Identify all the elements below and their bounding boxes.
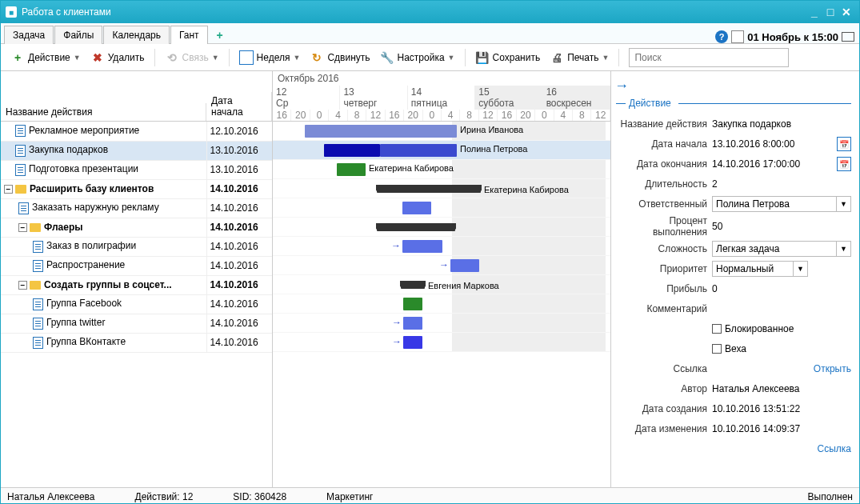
gantt-row[interactable]: [273, 198, 610, 218]
table-row[interactable]: Закупка подарков13.10.2016: [1, 141, 272, 160]
table-row[interactable]: −Создать группы в соцсет...14.10.2016: [1, 275, 272, 294]
gantt-bar[interactable]: Екатерина Кабирова: [337, 163, 366, 176]
field-start[interactable]: 13.10.2016 8:00:00: [712, 138, 834, 150]
tab-files[interactable]: Файлы: [54, 26, 102, 44]
table-row[interactable]: −Расширить базу клиентов14.10.2016: [1, 179, 272, 198]
reference-link[interactable]: Ссылка: [818, 443, 851, 454]
maximize-button[interactable]: □: [822, 6, 838, 18]
gantt-row[interactable]: →: [273, 256, 610, 275]
table-row[interactable]: Группа twitter14.10.2016: [1, 314, 272, 333]
complexity-dropdown-icon[interactable]: ▼: [837, 241, 851, 257]
print-button[interactable]: 🖨 Печать ▼: [545, 48, 614, 67]
task-name: Заказ в полиграфии: [46, 240, 136, 251]
gantt-row[interactable]: →: [273, 237, 610, 256]
expander-icon[interactable]: −: [18, 281, 27, 290]
tab-calendar[interactable]: Календарь: [103, 26, 170, 44]
gantt-hour-tick: 20: [517, 110, 535, 121]
gantt-summary-bar[interactable]: [377, 223, 455, 231]
gantt-bar[interactable]: →: [450, 259, 479, 272]
plus-icon: +: [10, 50, 25, 65]
table-row[interactable]: Рекламное мероприятие12.10.2016: [1, 122, 272, 141]
table-row[interactable]: Заказ в полиграфии14.10.2016: [1, 237, 272, 256]
gantt-day-header: 14пятница: [408, 86, 475, 110]
table-row[interactable]: Заказать наружную рекламу14.10.2016: [1, 198, 272, 218]
document-icon: [33, 260, 43, 272]
responsible-dropdown-icon[interactable]: ▼: [837, 196, 851, 212]
gantt-bar[interactable]: [402, 202, 431, 214]
gantt-day-header: 13четверг: [340, 86, 407, 110]
search-input[interactable]: [629, 48, 789, 67]
gantt-bar[interactable]: →: [402, 240, 442, 253]
field-priority[interactable]: [712, 261, 794, 277]
settings-button[interactable]: 🔧 Настройка ▼: [375, 48, 460, 67]
gantt-day-header: 15суббота: [475, 86, 542, 110]
gantt-bar[interactable]: Полина Петрова: [380, 144, 457, 157]
gantt-hour-tick: 4: [554, 110, 573, 121]
table-row[interactable]: Распространение14.10.2016: [1, 256, 272, 275]
gantt-hour-tick: 20: [404, 110, 422, 121]
link-button[interactable]: ⟲ Связь ▼: [160, 48, 224, 67]
close-button[interactable]: ✕: [838, 6, 854, 18]
table-row[interactable]: Подготовка презентации13.10.2016: [1, 160, 272, 179]
status-done: Выполнен: [808, 491, 853, 502]
field-profit[interactable]: 0: [712, 283, 851, 294]
gantt-row[interactable]: [273, 218, 610, 237]
help-icon[interactable]: ?: [715, 30, 728, 43]
gantt-row[interactable]: [273, 294, 610, 314]
field-complexity[interactable]: [712, 241, 837, 257]
gantt-bar[interactable]: →: [403, 317, 422, 330]
open-link[interactable]: Открыть: [814, 363, 851, 374]
table-row[interactable]: Группа ВКонтакте14.10.2016: [1, 333, 272, 352]
gantt-bar[interactable]: [324, 144, 380, 157]
document-icon: [18, 202, 29, 214]
field-name[interactable]: Закупка подарков: [712, 118, 851, 130]
mail-icon[interactable]: [842, 32, 854, 42]
action-button[interactable]: + Действие ▼: [6, 48, 86, 67]
week-icon: [239, 50, 254, 65]
delete-button[interactable]: ✖ Удалить: [86, 48, 150, 67]
end-datepicker-icon[interactable]: 📅: [837, 157, 851, 171]
panel-collapse-icon[interactable]: →: [614, 78, 629, 94]
gantt-bar[interactable]: Ирина Иванова: [305, 125, 457, 138]
add-tab-button[interactable]: +: [212, 27, 228, 43]
expander-icon[interactable]: −: [18, 223, 27, 232]
window-title: Работа с клиентами: [22, 6, 111, 18]
gantt-month-label: Октябрь 2016: [273, 71, 610, 86]
column-name-header[interactable]: Название действия: [1, 103, 206, 121]
folder-icon: [30, 281, 41, 290]
gantt-row[interactable]: Екатерина Кабирова: [273, 160, 610, 179]
task-name: Расширить базу клиентов: [30, 183, 154, 194]
priority-dropdown-icon[interactable]: ▼: [794, 261, 808, 277]
start-datepicker-icon[interactable]: 📅: [837, 137, 851, 151]
gantt-summary-bar[interactable]: Екатерина Кабирова: [377, 185, 481, 193]
field-percent[interactable]: 50: [712, 221, 851, 232]
gantt-bar[interactable]: [403, 298, 422, 310]
field-modified: 10.10.2016 14:09:37: [712, 423, 851, 434]
gantt-bar[interactable]: →: [403, 336, 422, 349]
task-date: 13.10.2016: [206, 141, 272, 160]
calendar-icon[interactable]: [731, 30, 744, 43]
blocked-checkbox[interactable]: [712, 324, 722, 334]
tab-task[interactable]: Задача: [4, 26, 54, 44]
field-end[interactable]: 14.10.2016 17:00:00: [712, 158, 834, 170]
tab-gantt[interactable]: Гант: [170, 26, 208, 44]
gantt-row[interactable]: Евгения Маркова: [273, 275, 610, 294]
field-responsible[interactable]: [712, 196, 837, 212]
column-start-header[interactable]: Дата начала: [206, 92, 272, 121]
table-row[interactable]: Группа Facebook14.10.2016: [1, 294, 272, 314]
gantt-summary-bar[interactable]: Евгения Маркова: [401, 281, 425, 289]
gantt-row[interactable]: →: [273, 333, 610, 352]
save-button[interactable]: 💾 Сохранить: [470, 48, 546, 67]
wrench-icon: 🔧: [380, 50, 394, 65]
table-row[interactable]: −Флаеры14.10.2016: [1, 218, 272, 237]
expander-icon[interactable]: −: [4, 185, 13, 194]
shift-button[interactable]: ↻ Сдвинуть: [305, 48, 374, 67]
gantt-row[interactable]: Полина Петрова: [273, 141, 610, 160]
minimize-button[interactable]: _: [806, 6, 822, 18]
gantt-row[interactable]: →: [273, 314, 610, 333]
field-duration[interactable]: 2: [712, 178, 851, 190]
gantt-row[interactable]: Ирина Иванова: [273, 122, 610, 141]
milestone-checkbox[interactable]: [712, 344, 722, 354]
gantt-row[interactable]: Екатерина Кабирова: [273, 179, 610, 198]
week-button[interactable]: Неделя ▼: [234, 48, 306, 67]
